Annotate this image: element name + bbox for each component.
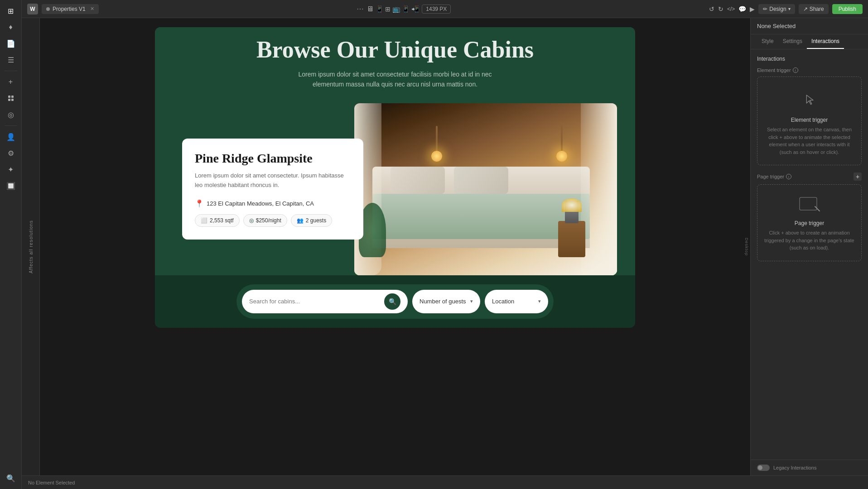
dots-icon[interactable]: ⋯ xyxy=(357,5,364,13)
element-trigger-title: Element trigger xyxy=(791,117,828,123)
page-trigger-box: Page trigger Click + above to create an … xyxy=(757,184,862,261)
element-trigger-header: Element trigger i xyxy=(757,67,862,73)
canvas-content: Browse Our Unique Cabins Lorem ipsum dol… xyxy=(155,27,635,275)
address-text: 123 El Capitan Meadows, El Capitan, CA xyxy=(207,200,314,207)
topbar-center: ⋯ 🖥 📱 ⊞ 📺 📱 📲 1439 PX xyxy=(357,5,451,14)
design-button[interactable]: ✏ Design ▾ xyxy=(758,4,795,14)
right-panel-footer: Legacy Interactions xyxy=(751,460,868,475)
topbar-tab[interactable]: Properties V1 ✕ xyxy=(42,4,99,14)
location-chevron-icon: ▾ xyxy=(538,298,541,304)
page-trigger-label-wrap: Page trigger i xyxy=(757,174,791,179)
publish-button[interactable]: Publish xyxy=(832,4,863,14)
sidebar-icon-users[interactable]: 👤 xyxy=(4,129,18,144)
phone-tall-icon[interactable]: 📱 xyxy=(402,5,410,13)
sidebar-icon-layers[interactable]: 📄 xyxy=(4,36,18,51)
hero-subtitle: Lorem ipsum dolor sit amet consectetur f… xyxy=(282,69,508,90)
search-bar-area: 🔍 Number of guests ▾ Location ▾ xyxy=(155,275,635,328)
right-panel: None Selected Style Settings Interaction… xyxy=(750,18,868,475)
search-input[interactable] xyxy=(249,298,381,305)
affects-label: Affects all resolutions xyxy=(28,220,33,273)
guests-badge: 👥 2 guests xyxy=(291,214,332,227)
device-icons: 🖥 📱 ⊞ 📺 📱 📲 xyxy=(366,5,419,13)
location-pin-icon: 📍 xyxy=(195,199,204,208)
guests-dropdown[interactable]: Number of guests ▾ xyxy=(412,290,480,313)
sidebar-icon-search[interactable]: 🔍 xyxy=(4,471,18,485)
legacy-toggle[interactable] xyxy=(757,465,770,471)
share-icon: ↗ xyxy=(803,6,808,12)
location-dropdown[interactable]: Location ▾ xyxy=(485,290,548,313)
element-trigger-info-icon[interactable]: i xyxy=(793,67,798,73)
sidebar-icon-tools[interactable] xyxy=(4,91,18,105)
page-trigger-icon-container xyxy=(796,194,823,216)
sidebar-icon-add[interactable]: + xyxy=(4,75,18,89)
price-badge: ◎ $250/night xyxy=(243,214,287,227)
search-input-wrap[interactable]: 🔍 xyxy=(242,290,408,313)
interactions-section-title: Interactions xyxy=(757,56,862,62)
sqft-icon: ⬜ xyxy=(201,217,207,224)
tab-interactions[interactable]: Interactions xyxy=(807,34,844,49)
left-sidebar: ⊞ ♦ 📄 ☰ + ◎ 👤 ⚙ ✦ 🔲 🔍 xyxy=(0,0,22,489)
page-trigger-header: Page trigger i + xyxy=(757,173,862,181)
share-button[interactable]: ↗ Share xyxy=(799,4,829,14)
redo-icon[interactable]: ↻ xyxy=(718,5,723,13)
property-name: Pine Ridge Glampsite xyxy=(195,151,351,166)
guests-label: Number of guests xyxy=(420,298,466,305)
sqft-badge: ⬜ 2,553 sqtf xyxy=(195,214,240,227)
sidebar-icon-settings[interactable]: ⚙ xyxy=(4,146,18,160)
bottom-bar: No Element Selected xyxy=(22,475,868,489)
tab-style[interactable]: Style xyxy=(757,34,778,49)
no-element-selected-label: No Element Selected xyxy=(28,480,75,485)
element-trigger-icon-container xyxy=(796,86,823,113)
topbar-right: ↺ ↻ </> 💬 ▶ ✏ Design ▾ ↗ Share Publish xyxy=(709,4,863,14)
sidebar-divider-2 xyxy=(5,125,17,126)
secondary-panel: Affects all resolutions xyxy=(22,18,40,475)
tab-close-icon[interactable]: ✕ xyxy=(90,6,94,12)
cursor-icon xyxy=(800,91,819,109)
none-selected-label: None Selected xyxy=(757,23,796,29)
tablet-icon[interactable]: 📱 xyxy=(376,5,383,13)
desktop-label-container: Desktop xyxy=(743,18,750,475)
sidebar-icon-star[interactable]: ✦ xyxy=(4,162,18,177)
page-trigger-description: Click + above to create an animation tri… xyxy=(763,229,856,252)
cabin-image xyxy=(354,103,617,275)
svg-rect-0 xyxy=(8,96,10,98)
svg-rect-3 xyxy=(11,99,14,101)
workspace: Affects all resolutions Desktop Browse O… xyxy=(22,18,868,475)
hero-title: Browse Our Unique Cabins xyxy=(256,36,534,63)
sidebar-icon-shapes[interactable]: ◎ xyxy=(4,107,18,122)
chat-icon[interactable]: 💬 xyxy=(738,5,746,13)
right-panel-body: Interactions Element trigger i Element t… xyxy=(751,49,868,460)
page-trigger-info-icon[interactable]: i xyxy=(786,174,791,179)
pencil-icon: ✏ xyxy=(763,6,767,12)
sidebar-icon-pages[interactable]: ⊞ xyxy=(4,4,18,18)
crop-icon[interactable]: ⊞ xyxy=(385,5,391,13)
element-trigger-label: Element trigger xyxy=(757,67,791,73)
property-card[interactable]: Pine Ridge Glampsite Lorem ipsum dolor s… xyxy=(182,139,363,240)
play-icon[interactable]: ▶ xyxy=(750,5,755,13)
right-panel-tabs: Style Settings Interactions xyxy=(751,34,868,49)
page-trigger-svg-icon xyxy=(796,194,823,216)
search-container: 🔍 Number of guests ▾ Location ▾ xyxy=(236,284,554,319)
search-icon: 🔍 xyxy=(389,298,396,305)
location-label: Location xyxy=(492,298,514,305)
guests-text: 2 guests xyxy=(306,217,326,224)
tab-settings[interactable]: Settings xyxy=(778,34,807,49)
sidebar-icon-components[interactable]: ♦ xyxy=(4,20,18,34)
mobile-icon[interactable]: 📲 xyxy=(411,5,419,13)
desktop-icon[interactable]: 🖥 xyxy=(366,5,374,13)
sidebar-icon-box[interactable]: 🔲 xyxy=(4,178,18,193)
canvas-frame[interactable]: Browse Our Unique Cabins Lorem ipsum dol… xyxy=(155,27,635,328)
property-address: 📍 123 El Capitan Meadows, El Capitan, CA xyxy=(195,199,351,208)
property-desc: Lorem ipsum dolor sit amet consectetur. … xyxy=(195,171,351,190)
desktop-label: Desktop xyxy=(744,238,749,256)
search-button[interactable]: 🔍 xyxy=(384,293,400,310)
page-trigger-add-button[interactable]: + xyxy=(854,173,862,181)
code-icon[interactable]: </> xyxy=(727,6,735,12)
main-area: W Properties V1 ✕ ⋯ 🖥 📱 ⊞ 📺 📱 📲 1439 PX … xyxy=(22,0,868,489)
topbar-action-icons: ↺ ↻ </> 💬 ▶ xyxy=(709,5,755,13)
phone-wide-icon[interactable]: 📺 xyxy=(392,5,400,13)
px-display: 1439 PX xyxy=(422,5,451,14)
property-badges: ⬜ 2,553 sqtf ◎ $250/night 👥 2 guests xyxy=(195,214,351,227)
sidebar-icon-menu[interactable]: ☰ xyxy=(4,53,18,67)
undo-icon[interactable]: ↺ xyxy=(709,5,714,13)
